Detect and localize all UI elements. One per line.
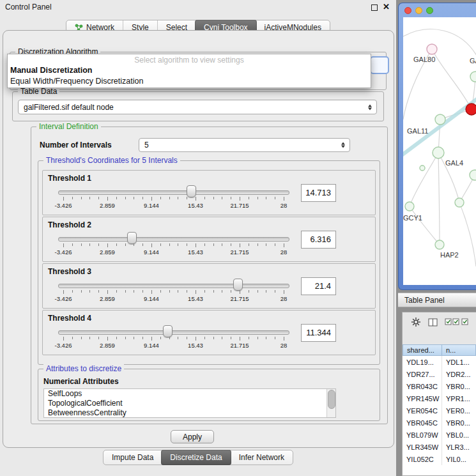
scale-label: 2.859 [100,202,115,209]
slider-track[interactable] [58,237,289,242]
columns-icon[interactable] [428,318,438,326]
slider-track[interactable] [58,284,289,288]
table-row[interactable]: YPR145WYPR1... [403,392,476,404]
network-node[interactable] [435,114,445,125]
network-node[interactable] [466,104,476,115]
table-cell: YBR0... [442,417,470,429]
table-rows: YDL19...YDL1...YDR27...YDR2...YBR043CYBR… [403,356,476,475]
combobox-arrows-icon [368,104,372,110]
group-title-table-data: Table Data [18,87,59,96]
threshold-panel: Threshold 4 -3.4262.8599.14415.4321.7152… [42,310,376,355]
list-item[interactable]: TopologicalCoefficient [44,399,335,408]
network-window-titlebar[interactable] [399,3,476,17]
scale-label: 28 [280,202,288,209]
slider-track[interactable] [58,330,289,335]
column-header[interactable]: n... [442,344,476,356]
dropdown-option[interactable]: Equal Width/Frequency Discretization [8,76,371,87]
slider-thumb[interactable] [187,185,196,197]
network-node[interactable] [420,165,425,171]
tick-mark [160,197,161,199]
network-node[interactable] [433,147,444,158]
slider-thumb[interactable] [163,325,173,337]
node-label: GAL4 [445,159,463,167]
scale-label: 28 [280,249,288,256]
network-canvas[interactable]: GAL80GAGAL11GAL4GCY1HAP2 [403,17,476,285]
tick-mark [240,197,240,201]
column-header[interactable]: shared... [403,344,442,356]
list-scrollbar[interactable] [326,389,335,417]
scrollbar-thumb[interactable] [328,390,335,409]
table-panel-header[interactable]: Table Panel [398,293,476,307]
network-node[interactable] [427,44,437,54]
tab-infer-network[interactable]: Infer Network [231,450,293,464]
tick-mark [63,337,64,341]
slider-thumb[interactable] [233,279,243,291]
threshold-value-box[interactable]: 6.316 [301,231,336,249]
close-traffic-light-icon[interactable] [404,7,411,14]
network-node[interactable] [455,198,464,207]
restore-icon[interactable] [371,4,378,11]
table-header-row: shared...n... [403,344,476,356]
table-row[interactable]: YLR345WYLR3... [403,441,476,453]
table-data-group: Table Data galFiltered.sif default node [12,91,384,121]
scale-label: 28 [280,342,288,349]
minimize-traffic-light-icon[interactable] [415,7,422,14]
network-canvas-svg: GAL80GAGAL11GAL4GCY1HAP2 [403,17,476,285]
tick-mark [134,243,134,246]
tick-mark [275,290,275,293]
tick-mark [116,243,117,246]
tick-mark [213,243,214,246]
table-row[interactable]: YER054CYER0... [403,404,476,417]
tick-mark [142,337,143,339]
tick-mark [142,290,143,293]
table-row[interactable]: YDR27...YDR2... [403,368,476,380]
tab-discretize-data[interactable]: Discretize Data [161,450,231,465]
table-data-combobox[interactable]: galFiltered.sif default node [18,100,377,114]
algorithm-dropdown-popup: Select algorithm to view settings Manual… [7,54,371,88]
scale-label: 15.43 [188,202,203,209]
tick-mark [134,197,134,199]
tick-mark [125,243,126,246]
tick-mark [222,243,222,246]
threshold-value-box[interactable]: 14.713 [301,184,336,202]
table-row[interactable]: YBL079WYBL0... [403,429,476,441]
list-item[interactable]: BetweennessCentrality [44,408,335,418]
settings-gear-icon[interactable] [411,317,421,327]
network-node[interactable] [470,72,476,82]
table-cell: YLR345W [403,441,442,453]
table-row[interactable]: YBR045CYBR0... [403,417,476,429]
table-cell: YPR1... [442,392,470,404]
threshold-value-box[interactable]: 21.4 [301,277,336,295]
apply-button[interactable]: Apply [171,430,214,443]
zoom-traffic-light-icon[interactable] [426,7,433,14]
table-data-combobox-value: galFiltered.sif default node [24,103,114,112]
tick-mark [107,197,108,201]
table-row[interactable]: YDL19...YDL1... [403,356,476,368]
algorithm-combobox-fragment[interactable] [370,56,389,74]
tab-impute-data[interactable]: Impute Data [104,450,162,464]
tick-mark [231,197,231,199]
table-cell: YBL0... [442,429,469,441]
slider-thumb[interactable] [127,232,137,244]
tick-mark [213,337,214,339]
close-icon[interactable]: ✕ [383,2,390,12]
interval-definition-group: Interval Definition Number of Intervals … [31,127,388,424]
table-row[interactable]: YBR043CYBR0... [403,380,476,392]
network-node[interactable] [435,240,444,249]
threshold-label: Threshold 3 [48,267,91,276]
dropdown-option[interactable]: Manual Discretization [8,65,371,76]
slider-track[interactable] [58,190,289,195]
threshold-value-box[interactable]: 11.344 [301,324,336,342]
tick-mark [196,337,196,341]
scale-label: 9.144 [144,295,159,302]
network-node[interactable] [405,202,414,211]
list-item[interactable]: SelfLoops [44,389,335,399]
tick-mark [134,337,134,339]
num-intervals-combobox[interactable]: 5 [139,138,350,152]
tick-mark [151,197,152,201]
titlebar[interactable]: Control Panel ✕ [0,0,396,14]
table-row[interactable]: YIL052CYIL0... [403,453,476,465]
select-rows-checkboxes-icon[interactable] [445,318,469,326]
network-view-window[interactable]: GAL80GAGAL11GAL4GCY1HAP2 [398,3,476,290]
network-node[interactable] [470,170,476,180]
